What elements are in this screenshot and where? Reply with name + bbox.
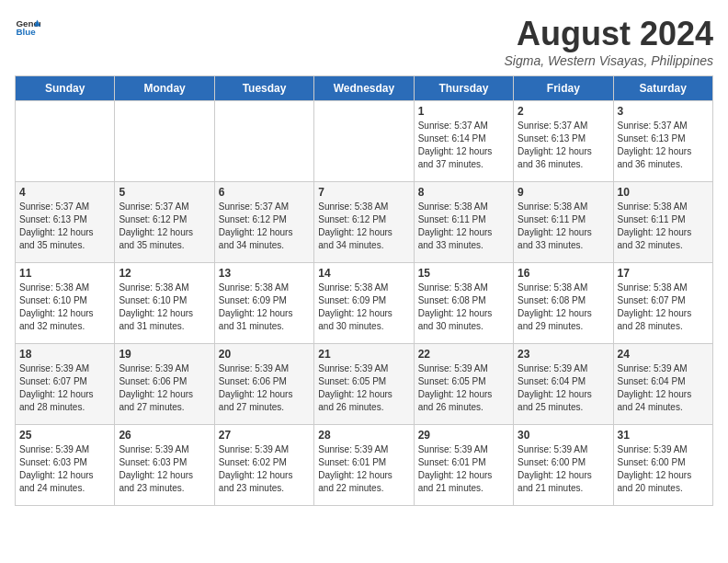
day-number: 12	[119, 267, 210, 280]
month-year: August 2024	[505, 15, 713, 53]
day-number: 29	[418, 429, 509, 442]
day-info: Sunrise: 5:38 AMSunset: 6:11 PMDaylight:…	[618, 201, 709, 252]
day-info: Sunrise: 5:38 AMSunset: 6:11 PMDaylight:…	[518, 201, 609, 252]
day-info: Sunrise: 5:39 AMSunset: 6:05 PMDaylight:…	[418, 362, 509, 414]
day-info: Sunrise: 5:39 AMSunset: 6:01 PMDaylight:…	[318, 443, 409, 495]
day-number: 31	[618, 429, 709, 442]
day-number: 14	[318, 267, 409, 280]
day-info: Sunrise: 5:39 AMSunset: 6:06 PMDaylight:…	[219, 362, 310, 414]
day-info: Sunrise: 5:38 AMSunset: 6:08 PMDaylight:…	[518, 282, 609, 333]
calendar-week-row: 18Sunrise: 5:39 AMSunset: 6:07 PMDayligh…	[16, 344, 713, 425]
table-row	[214, 101, 313, 182]
day-number: 9	[518, 186, 609, 199]
day-number: 1	[418, 105, 509, 118]
day-number: 18	[19, 348, 110, 361]
logo: General Blue	[15, 15, 40, 40]
table-row	[16, 101, 115, 182]
col-wednesday: Wednesday	[314, 76, 414, 101]
table-row	[115, 101, 214, 182]
day-number: 6	[219, 186, 310, 199]
table-row: 5Sunrise: 5:37 AMSunset: 6:12 PMDaylight…	[115, 182, 214, 263]
day-info: Sunrise: 5:38 AMSunset: 6:09 PMDaylight:…	[219, 282, 310, 333]
table-row: 17Sunrise: 5:38 AMSunset: 6:07 PMDayligh…	[613, 263, 712, 344]
table-row: 29Sunrise: 5:39 AMSunset: 6:01 PMDayligh…	[414, 425, 513, 506]
col-thursday: Thursday	[414, 76, 513, 101]
day-number: 30	[518, 429, 609, 442]
table-row: 18Sunrise: 5:39 AMSunset: 6:07 PMDayligh…	[16, 344, 115, 425]
table-row: 20Sunrise: 5:39 AMSunset: 6:06 PMDayligh…	[214, 344, 313, 425]
day-info: Sunrise: 5:39 AMSunset: 6:04 PMDaylight:…	[618, 362, 709, 414]
day-info: Sunrise: 5:39 AMSunset: 6:03 PMDaylight:…	[119, 443, 210, 495]
day-info: Sunrise: 5:38 AMSunset: 6:08 PMDaylight:…	[418, 282, 509, 333]
day-info: Sunrise: 5:39 AMSunset: 6:06 PMDaylight:…	[119, 362, 210, 414]
table-row: 9Sunrise: 5:38 AMSunset: 6:11 PMDaylight…	[514, 182, 613, 263]
svg-text:Blue: Blue	[16, 27, 36, 37]
table-row: 10Sunrise: 5:38 AMSunset: 6:11 PMDayligh…	[613, 182, 712, 263]
table-row: 27Sunrise: 5:39 AMSunset: 6:02 PMDayligh…	[214, 425, 313, 506]
day-number: 8	[418, 186, 509, 199]
table-row: 13Sunrise: 5:38 AMSunset: 6:09 PMDayligh…	[214, 263, 313, 344]
day-info: Sunrise: 5:39 AMSunset: 6:03 PMDaylight:…	[19, 443, 110, 495]
table-row: 16Sunrise: 5:38 AMSunset: 6:08 PMDayligh…	[514, 263, 613, 344]
table-row: 24Sunrise: 5:39 AMSunset: 6:04 PMDayligh…	[613, 344, 712, 425]
col-saturday: Saturday	[613, 76, 712, 101]
day-info: Sunrise: 5:38 AMSunset: 6:12 PMDaylight:…	[318, 201, 409, 252]
day-number: 15	[418, 267, 509, 280]
table-row: 12Sunrise: 5:38 AMSunset: 6:10 PMDayligh…	[115, 263, 214, 344]
table-row: 14Sunrise: 5:38 AMSunset: 6:09 PMDayligh…	[314, 263, 414, 344]
day-number: 11	[19, 267, 110, 280]
day-number: 20	[219, 348, 310, 361]
day-number: 2	[518, 105, 609, 118]
table-row: 1Sunrise: 5:37 AMSunset: 6:14 PMDaylight…	[414, 101, 513, 182]
day-info: Sunrise: 5:38 AMSunset: 6:07 PMDaylight:…	[618, 282, 709, 333]
day-number: 25	[19, 429, 110, 442]
table-row: 28Sunrise: 5:39 AMSunset: 6:01 PMDayligh…	[314, 425, 414, 506]
table-row: 11Sunrise: 5:38 AMSunset: 6:10 PMDayligh…	[16, 263, 115, 344]
col-sunday: Sunday	[16, 76, 115, 101]
day-info: Sunrise: 5:37 AMSunset: 6:13 PMDaylight:…	[518, 120, 609, 171]
day-info: Sunrise: 5:39 AMSunset: 6:02 PMDaylight:…	[219, 443, 310, 495]
table-row: 31Sunrise: 5:39 AMSunset: 6:00 PMDayligh…	[613, 425, 712, 506]
day-number: 10	[618, 186, 709, 199]
day-number: 28	[318, 429, 409, 442]
day-number: 24	[618, 348, 709, 361]
table-row: 30Sunrise: 5:39 AMSunset: 6:00 PMDayligh…	[514, 425, 613, 506]
title-area: August 2024 Sigma, Western Visayas, Phil…	[505, 15, 713, 68]
day-info: Sunrise: 5:37 AMSunset: 6:14 PMDaylight:…	[418, 120, 509, 171]
day-info: Sunrise: 5:38 AMSunset: 6:10 PMDaylight:…	[119, 282, 210, 333]
header: General Blue August 2024 Sigma, Western …	[15, 15, 713, 68]
day-number: 5	[119, 186, 210, 199]
day-info: Sunrise: 5:37 AMSunset: 6:12 PMDaylight:…	[119, 201, 210, 252]
calendar-week-row: 11Sunrise: 5:38 AMSunset: 6:10 PMDayligh…	[16, 263, 713, 344]
day-number: 3	[618, 105, 709, 118]
day-info: Sunrise: 5:39 AMSunset: 6:07 PMDaylight:…	[19, 362, 110, 414]
day-number: 21	[318, 348, 409, 361]
day-number: 23	[518, 348, 609, 361]
table-row: 3Sunrise: 5:37 AMSunset: 6:13 PMDaylight…	[613, 101, 712, 182]
day-info: Sunrise: 5:38 AMSunset: 6:10 PMDaylight:…	[19, 282, 110, 333]
table-row: 21Sunrise: 5:39 AMSunset: 6:05 PMDayligh…	[314, 344, 414, 425]
table-row: 22Sunrise: 5:39 AMSunset: 6:05 PMDayligh…	[414, 344, 513, 425]
day-info: Sunrise: 5:39 AMSunset: 6:00 PMDaylight:…	[518, 443, 609, 495]
col-friday: Friday	[514, 76, 613, 101]
table-row: 6Sunrise: 5:37 AMSunset: 6:12 PMDaylight…	[214, 182, 313, 263]
table-row	[314, 101, 414, 182]
table-row: 7Sunrise: 5:38 AMSunset: 6:12 PMDaylight…	[314, 182, 414, 263]
day-number: 26	[119, 429, 210, 442]
day-info: Sunrise: 5:39 AMSunset: 6:00 PMDaylight:…	[618, 443, 709, 495]
day-info: Sunrise: 5:38 AMSunset: 6:09 PMDaylight:…	[318, 282, 409, 333]
day-info: Sunrise: 5:37 AMSunset: 6:12 PMDaylight:…	[219, 201, 310, 252]
day-info: Sunrise: 5:39 AMSunset: 6:01 PMDaylight:…	[418, 443, 509, 495]
table-row: 26Sunrise: 5:39 AMSunset: 6:03 PMDayligh…	[115, 425, 214, 506]
day-info: Sunrise: 5:39 AMSunset: 6:04 PMDaylight:…	[518, 362, 609, 414]
location: Sigma, Western Visayas, Philippines	[505, 53, 713, 68]
table-row: 19Sunrise: 5:39 AMSunset: 6:06 PMDayligh…	[115, 344, 214, 425]
day-info: Sunrise: 5:39 AMSunset: 6:05 PMDaylight:…	[318, 362, 409, 414]
logo-icon: General Blue	[15, 15, 40, 40]
day-number: 13	[219, 267, 310, 280]
day-number: 19	[119, 348, 210, 361]
day-info: Sunrise: 5:37 AMSunset: 6:13 PMDaylight:…	[618, 120, 709, 171]
calendar-header-row: Sunday Monday Tuesday Wednesday Thursday…	[16, 76, 713, 101]
day-number: 17	[618, 267, 709, 280]
table-row: 25Sunrise: 5:39 AMSunset: 6:03 PMDayligh…	[16, 425, 115, 506]
